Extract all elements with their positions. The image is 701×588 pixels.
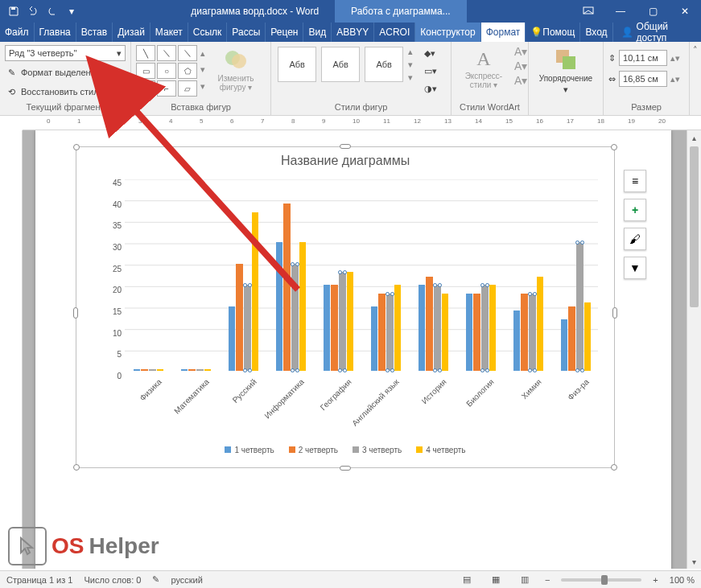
- bar[interactable]: [244, 285, 251, 371]
- text-effects-button[interactable]: A▾: [514, 74, 527, 87]
- styles-more-icon[interactable]: ▾: [408, 72, 418, 83]
- tab-help[interactable]: 💡 Помощ: [526, 23, 580, 42]
- text-fill-button[interactable]: A▾: [514, 45, 527, 58]
- gallery-down-icon[interactable]: ▾: [200, 64, 210, 75]
- chart-element-selector[interactable]: Ряд "3 четверть"▾: [5, 45, 126, 61]
- chart-object[interactable]: Название диаграммы 051015202530354045 Фи…: [76, 146, 615, 468]
- legend-item[interactable]: 1 четверть: [225, 446, 274, 454]
- scroll-down-icon[interactable]: ▾: [687, 554, 701, 569]
- bar[interactable]: [157, 369, 164, 371]
- tab-chart-design[interactable]: Конструктор: [415, 23, 480, 42]
- bar[interactable]: [229, 306, 236, 371]
- legend-item[interactable]: 4 четверть: [416, 446, 465, 454]
- qat-more-icon[interactable]: ▾: [63, 2, 80, 20]
- bar[interactable]: [568, 306, 575, 371]
- bar[interactable]: [386, 294, 394, 371]
- redo-icon[interactable]: [43, 2, 61, 20]
- print-layout-icon[interactable]: ▦: [487, 573, 505, 587]
- page-indicator[interactable]: Страница 1 из 1: [6, 575, 72, 585]
- save-icon[interactable]: [5, 2, 23, 20]
- document-area[interactable]: Название диаграммы 051015202530354045 Фи…: [23, 130, 687, 569]
- bar[interactable]: [339, 272, 346, 371]
- bar[interactable]: [576, 242, 583, 371]
- change-shape-button[interactable]: Изменить фигуру ▾: [213, 45, 258, 92]
- share-button[interactable]: 👤Общий доступ: [613, 23, 701, 42]
- bar[interactable]: [561, 319, 568, 371]
- legend-item[interactable]: 2 четверть: [289, 446, 338, 454]
- zoom-level[interactable]: 100 %: [670, 575, 695, 585]
- wordart-styles-button[interactable]: A Экспресс-стили ▾: [461, 47, 506, 89]
- bar[interactable]: [252, 212, 259, 371]
- arrange-button[interactable]: Упорядочение▾: [543, 45, 588, 95]
- word-count[interactable]: Число слов: 0: [84, 575, 141, 585]
- bar[interactable]: [466, 294, 473, 371]
- scroll-up-icon[interactable]: ▴: [687, 130, 701, 145]
- tab-home[interactable]: Главна: [35, 23, 76, 42]
- tab-references[interactable]: Ссылк: [188, 23, 228, 42]
- bar[interactable]: [188, 369, 196, 371]
- shape-styles-gallery[interactable]: Абв Абв Абв: [276, 45, 405, 84]
- web-layout-icon[interactable]: ▥: [516, 573, 534, 587]
- text-outline-button[interactable]: A▾: [514, 60, 527, 72]
- vertical-ruler[interactable]: [0, 130, 23, 569]
- bar[interactable]: [324, 285, 331, 371]
- shape-height-input[interactable]: 10,11 см: [619, 50, 667, 66]
- bar[interactable]: [141, 369, 148, 371]
- minimize-button[interactable]: —: [604, 0, 637, 23]
- tab-chart-format[interactable]: Формат: [481, 23, 526, 42]
- zoom-in-button[interactable]: +: [653, 575, 658, 585]
- shape-width-input[interactable]: 16,85 см: [619, 71, 667, 87]
- bar[interactable]: [513, 310, 521, 371]
- bar[interactable]: [537, 277, 544, 371]
- zoom-out-button[interactable]: −: [545, 575, 550, 585]
- bar[interactable]: [434, 285, 441, 371]
- bar[interactable]: [283, 204, 291, 371]
- read-mode-icon[interactable]: ▤: [458, 573, 476, 587]
- chart-format-button[interactable]: 🖌: [624, 228, 646, 250]
- language-indicator[interactable]: русский: [171, 575, 202, 585]
- styles-down-icon[interactable]: ▾: [408, 60, 418, 70]
- gallery-more-icon[interactable]: ▾: [200, 81, 210, 92]
- bar[interactable]: [426, 277, 433, 371]
- chart-add-element-button[interactable]: +: [624, 199, 646, 221]
- bar[interactable]: [529, 294, 536, 371]
- format-selection-button[interactable]: ✎Формат выделенного: [5, 64, 109, 80]
- chart-filter-button[interactable]: ▼: [624, 257, 646, 279]
- shape-fill-button[interactable]: ◆▾: [424, 45, 437, 61]
- bar[interactable]: [473, 294, 480, 371]
- bar[interactable]: [276, 242, 283, 371]
- bar[interactable]: [331, 285, 338, 371]
- bar[interactable]: [442, 294, 449, 371]
- undo-icon[interactable]: [24, 2, 42, 20]
- tab-acrobat[interactable]: ACROI: [374, 23, 415, 42]
- vertical-scrollbar[interactable]: ▴ ▾: [687, 130, 701, 569]
- zoom-slider[interactable]: [561, 578, 641, 582]
- tab-view[interactable]: Вид: [303, 23, 332, 42]
- bar[interactable]: [347, 272, 354, 371]
- gallery-up-icon[interactable]: ▴: [200, 48, 210, 59]
- bar[interactable]: [134, 369, 141, 371]
- shape-outline-button[interactable]: ▭▾: [424, 63, 437, 79]
- bar[interactable]: [584, 302, 592, 371]
- tab-insert[interactable]: Встав: [76, 23, 113, 42]
- bar[interactable]: [521, 294, 528, 371]
- tab-layout[interactable]: Макет: [151, 23, 188, 42]
- bar[interactable]: [181, 369, 188, 371]
- proofing-icon[interactable]: ✎: [152, 574, 159, 585]
- bar[interactable]: [291, 264, 299, 371]
- tab-abbyy[interactable]: ABBYY: [332, 23, 374, 42]
- chart-legend[interactable]: 1 четверть2 четверть3 четверть4 четверть: [76, 446, 614, 454]
- shape-effects-button[interactable]: ◑▾: [424, 80, 437, 97]
- chart-styles-button[interactable]: ≡: [624, 170, 646, 192]
- bar[interactable]: [394, 285, 402, 371]
- maximize-button[interactable]: ▢: [637, 0, 669, 23]
- horizontal-ruler[interactable]: 01234567891011121314151617181920: [23, 116, 701, 130]
- tab-file[interactable]: Файл: [0, 23, 35, 42]
- reset-style-button[interactable]: ⟲Восстановить стиль: [5, 84, 103, 100]
- close-button[interactable]: ✕: [669, 0, 701, 23]
- bar[interactable]: [378, 294, 386, 371]
- legend-item[interactable]: 3 четверть: [353, 446, 402, 454]
- chart-title[interactable]: Название диаграммы: [76, 147, 614, 175]
- bar[interactable]: [196, 369, 204, 371]
- bar[interactable]: [481, 285, 489, 371]
